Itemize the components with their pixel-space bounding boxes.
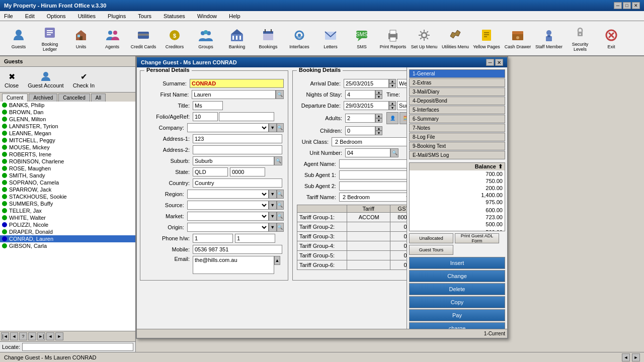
guest-item[interactable]: SOPRANO, Camela <box>0 179 135 186</box>
toolbar-creditors[interactable]: $ Creditors <box>160 26 189 51</box>
guest-item[interactable]: LANNISTER, Tyrion <box>0 123 135 130</box>
vtab-email-sms-log[interactable]: E-Mail/SMS Log <box>409 151 505 159</box>
menu-tours[interactable]: Tours <box>136 12 153 20</box>
menu-utilities[interactable]: Utilities <box>76 12 98 20</box>
tab-cancelled[interactable]: Cancelled <box>58 94 90 102</box>
tariff-name-input-6[interactable] <box>349 261 379 269</box>
address2-input[interactable] <box>193 145 282 154</box>
origin-dropdown[interactable]: ▼ <box>269 223 277 232</box>
toolbar-exit[interactable]: Exit <box>597 26 626 51</box>
suburb-search-btn[interactable]: 🔍 <box>274 156 282 165</box>
email-scroll-up[interactable]: ▲ <box>274 256 280 265</box>
arrival-down[interactable]: ▼ <box>389 83 396 88</box>
firstname-search-btn[interactable]: 🔍 <box>276 90 284 99</box>
menu-window[interactable]: Window <box>195 12 219 20</box>
menu-edit[interactable]: Edit <box>23 12 37 20</box>
copy-button[interactable]: Copy <box>409 296 505 308</box>
adults-input[interactable] <box>345 114 375 123</box>
origin-select[interactable] <box>187 223 269 232</box>
guest-item[interactable]: GIBSON, Carla <box>0 242 135 249</box>
sub-agent2-select[interactable] <box>339 182 407 191</box>
toolbar-units[interactable]: Units <box>66 26 96 51</box>
source-search-btn[interactable]: 🔍 <box>277 201 284 210</box>
toolbar-bookings[interactable]: Bookings <box>254 26 283 51</box>
guest-item[interactable]: MITCHELL, Peggy <box>0 137 135 144</box>
folio-input[interactable] <box>193 112 218 121</box>
toolbar-yellow-pages[interactable]: Yellow Pages <box>472 26 501 51</box>
toolbar-banking[interactable]: Banking <box>222 26 252 51</box>
toolbar-staff-member[interactable]: Staff Member <box>534 26 564 51</box>
close-panel-button[interactable]: ✖ Close <box>2 69 21 90</box>
guest-item[interactable]: CONRAD, Lauren <box>0 235 135 242</box>
menu-statuses[interactable]: Statuses <box>162 12 187 20</box>
ageref-input[interactable] <box>219 112 274 121</box>
toolbar-sms[interactable]: SMS SMS <box>347 26 376 51</box>
nights-down[interactable]: ▼ <box>375 95 382 99</box>
tab-current[interactable]: Current <box>2 94 28 102</box>
nights-up[interactable]: ▲ <box>375 90 382 95</box>
guest-item[interactable]: GLENN, Milton <box>0 116 135 123</box>
guest-item[interactable]: TELLER, Jax <box>0 207 135 214</box>
company-select[interactable] <box>187 123 269 132</box>
guest-item[interactable]: BANKS, Philip <box>0 102 135 109</box>
source-select[interactable] <box>187 201 269 210</box>
email-input[interactable]: the@hills.com.au <box>193 256 274 274</box>
toolbar-guests[interactable]: Guests <box>4 26 33 51</box>
guest-item[interactable]: SMITH, Sandy <box>0 172 135 179</box>
adults-icon2[interactable]: 🧮 <box>399 112 407 124</box>
mobile-input[interactable] <box>193 245 282 254</box>
change-button[interactable]: Change <box>409 270 505 282</box>
tariff-name-input-2[interactable] <box>349 223 379 231</box>
balance-scroll-btn[interactable]: ⬆ <box>498 163 503 170</box>
region-select[interactable] <box>187 190 269 199</box>
guest-item[interactable]: STACKHOUSE, Sookie <box>0 193 135 200</box>
unit-number-input[interactable] <box>345 148 390 157</box>
unit-number-search[interactable]: 🔍 <box>390 148 398 157</box>
vtab-6-summary[interactable]: 6-Summary <box>409 115 505 123</box>
tariff-name-input-3[interactable] <box>349 232 379 240</box>
page-last[interactable]: ►| <box>37 332 45 340</box>
firstname-input[interactable] <box>192 90 276 99</box>
dep-up[interactable]: ▲ <box>389 101 396 106</box>
toolbar-groups[interactable]: Groups <box>191 26 220 51</box>
delete-button[interactable]: Delete <box>409 283 505 295</box>
close-window-button[interactable]: ✕ <box>632 2 640 9</box>
nights-input[interactable] <box>345 90 375 99</box>
page-fwd[interactable]: ► <box>55 332 63 340</box>
arrival-up[interactable]: ▲ <box>389 79 396 83</box>
menu-plugins[interactable]: Plugins <box>106 12 128 20</box>
minimize-button[interactable]: ─ <box>614 2 622 9</box>
toolbar-utilities-menu[interactable]: Utilities Menu <box>441 26 470 51</box>
title-input[interactable] <box>193 101 223 110</box>
postcode-input[interactable] <box>230 167 265 176</box>
charge-button[interactable]: charge <box>409 322 505 329</box>
children-up[interactable]: ▲ <box>375 126 382 131</box>
arrival-date-input[interactable] <box>344 79 389 88</box>
print-guest-adl-button[interactable]: Print Guest ADL Form <box>455 233 499 243</box>
guest-item[interactable]: SPARROW, Jack <box>0 186 135 193</box>
vtab-1-general[interactable]: 1-General <box>409 69 505 78</box>
adults-icon1[interactable]: 👤 <box>386 112 398 124</box>
page-help[interactable]: ? <box>19 332 27 340</box>
page-next[interactable]: ► <box>28 332 36 340</box>
vtab-5-interfaces[interactable]: 5-Interfaces <box>409 106 505 114</box>
menu-options[interactable]: Options <box>45 12 68 20</box>
toolbar-agents[interactable]: Agents <box>98 26 127 51</box>
phone-hw2-input[interactable] <box>235 234 275 243</box>
arrival-day-input[interactable] <box>397 79 407 88</box>
guest-item[interactable]: BROWN, Dan <box>0 109 135 116</box>
toolbar-interfaces[interactable]: Interfaces <box>285 26 314 51</box>
unallocated-button[interactable]: Unallocated <box>409 233 453 243</box>
maximize-button[interactable]: □ <box>623 2 631 9</box>
pay-button[interactable]: Pay <box>409 309 505 321</box>
toolbar-credit-cards[interactable]: Credit Cards <box>129 26 158 51</box>
source-dropdown[interactable]: ▼ <box>269 201 277 210</box>
adults-up[interactable]: ▲ <box>375 114 382 118</box>
departure-day-input[interactable] <box>397 101 407 110</box>
page-first[interactable]: |◄ <box>1 332 9 340</box>
guest-item[interactable]: MOUSE, Mickey <box>0 144 135 151</box>
toolbar-cash-drawer[interactable]: Cash Drawer <box>503 26 532 51</box>
guest-item[interactable]: LEANNE, Megan <box>0 130 135 137</box>
guest-item[interactable]: SUMMERS, Buffy <box>0 200 135 207</box>
tab-archived[interactable]: Archived <box>29 94 57 102</box>
